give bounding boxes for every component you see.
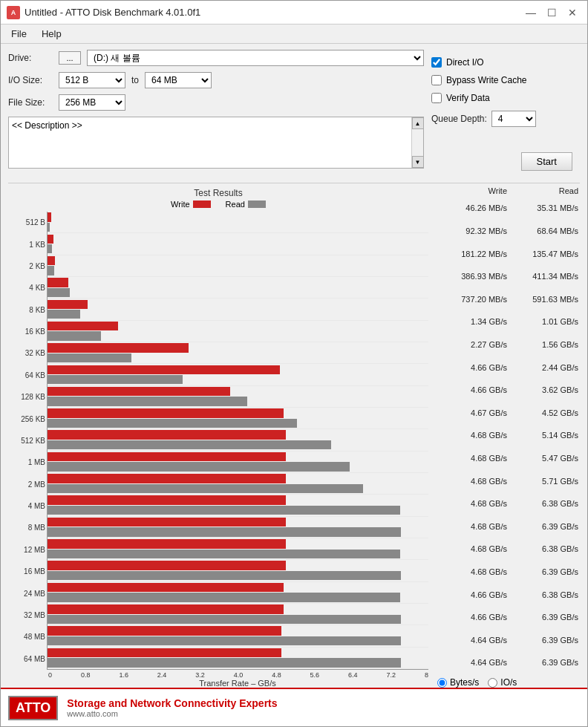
result-write: 46.26 MB/s [440, 203, 507, 212]
bar-row [48, 451, 428, 473]
browse-button[interactable]: ... [59, 51, 81, 65]
read-bar [48, 571, 401, 580]
io-size-to-select[interactable]: 64 MB [145, 72, 212, 88]
direct-io-checkbox[interactable] [431, 57, 442, 68]
chart-legend: Write Read [8, 200, 428, 209]
read-bar [48, 288, 70, 297]
result-write: 4.66 GB/s [440, 590, 507, 599]
start-button[interactable]: Start [521, 152, 572, 171]
bytes-radio[interactable] [437, 678, 447, 688]
bar-row [48, 648, 428, 669]
menu-help[interactable]: Help [34, 27, 69, 41]
description-content: << Description >> [9, 117, 423, 168]
row-label: 64 KB [8, 371, 45, 379]
write-bar [48, 387, 230, 396]
atto-footer: ATTO Storage and Network Connectivity Ex… [1, 688, 587, 726]
description-area: << Description >> ▲ ▼ [8, 117, 424, 169]
drive-select[interactable]: (D:) 새 볼륨 [87, 50, 424, 66]
result-row: 92.32 MB/s68.64 MB/s [437, 226, 581, 235]
result-row: 1.34 GB/s1.01 GB/s [437, 317, 581, 326]
row-label: 8 KB [8, 306, 45, 314]
scrollbar-vertical[interactable]: ▲ ▼ [411, 117, 423, 168]
result-row: 386.93 MB/s411.34 MB/s [437, 272, 581, 281]
result-read: 4.52 GB/s [519, 408, 578, 417]
result-read: 2.44 GB/s [519, 363, 578, 372]
result-read: 35.31 MB/s [519, 203, 578, 212]
result-row: 4.68 GB/s6.39 GB/s [437, 522, 581, 531]
row-label: 32 KB [8, 349, 45, 357]
file-size-label: File Size: [8, 97, 53, 108]
write-bar [48, 212, 51, 221]
read-bar [48, 266, 54, 275]
close-button[interactable]: ✕ [564, 5, 581, 20]
result-row: 4.66 GB/s2.44 GB/s [437, 363, 581, 372]
row-label: 16 KB [8, 327, 45, 336]
queue-depth-select[interactable]: 4 [491, 111, 536, 127]
bar-row [48, 625, 428, 647]
row-label: 512 KB [8, 437, 45, 445]
bar-row [48, 538, 428, 560]
io-radio[interactable] [488, 678, 497, 688]
io-size-from-select[interactable]: 512 B [59, 72, 125, 88]
result-read: 6.39 GB/s [519, 636, 578, 645]
window-title: Untitled - ATTO Disk Benchmark 4.01.0f1 [24, 7, 522, 18]
write-bar [48, 626, 281, 635]
chart-title: Test Results [8, 186, 428, 200]
scroll-up-button[interactable]: ▲ [412, 117, 424, 129]
bypass-write-cache-checkbox[interactable] [431, 75, 442, 85]
left-controls: Drive: ... (D:) 새 볼륨 I/O Size: 512 B to … [8, 50, 424, 178]
read-bar [48, 550, 400, 558]
x-axis-labels: 00.81.62.43.24.04.85.66.47.28 [47, 670, 428, 679]
write-bar [48, 583, 284, 592]
bar-row [48, 582, 428, 604]
legend-read: Read [226, 200, 266, 209]
result-row: 46.26 MB/s35.31 MB/s [437, 203, 581, 212]
x-axis-label: 2.4 [157, 671, 167, 679]
scroll-down-button[interactable]: ▼ [412, 156, 424, 168]
result-row: 4.66 GB/s6.38 GB/s [437, 590, 581, 599]
menu-file[interactable]: File [4, 27, 34, 41]
result-write: 4.68 GB/s [440, 454, 507, 463]
file-size-row: File Size: 256 MB [8, 94, 424, 111]
minimize-button[interactable]: — [522, 5, 540, 20]
bar-row [48, 517, 428, 538]
x-axis-label: 3.2 [195, 671, 205, 679]
result-row: 4.68 GB/s5.14 GB/s [437, 431, 581, 440]
x-axis-label: 0.8 [81, 671, 91, 679]
result-write: 4.64 GB/s [440, 658, 507, 667]
direct-io-label: Direct I/O [446, 57, 484, 68]
write-bar [48, 518, 286, 526]
description-text: << Description >> [12, 120, 82, 131]
write-bar [48, 322, 118, 330]
row-label: 512 B [8, 218, 45, 226]
verify-data-checkbox[interactable] [431, 93, 442, 103]
row-label: 4 MB [8, 502, 45, 510]
read-bar [48, 397, 247, 405]
maximize-button[interactable]: ☐ [543, 5, 561, 20]
write-bar [48, 648, 281, 657]
x-axis-label: 1.6 [119, 671, 128, 679]
result-read: 6.39 GB/s [519, 567, 578, 576]
read-bar [48, 331, 101, 340]
bar-row [48, 560, 428, 581]
row-label: 256 KB [8, 415, 45, 423]
bar-chart [47, 212, 428, 670]
x-axis-label: 7.2 [386, 671, 396, 679]
read-bar [48, 419, 297, 428]
legend-write: Write [171, 200, 210, 209]
result-read: 6.38 GB/s [519, 499, 578, 508]
result-write: 1.34 GB/s [440, 317, 507, 326]
file-size-select[interactable]: 256 MB [59, 94, 125, 111]
write-bar [48, 430, 286, 439]
menu-bar: File Help [1, 25, 587, 44]
x-axis-title: Transfer Rate – GB/s [47, 679, 428, 688]
bar-row [48, 364, 428, 385]
queue-depth-row: Queue Depth: 4 [431, 111, 572, 127]
bar-row [48, 342, 428, 364]
result-read: 3.62 GB/s [519, 385, 578, 394]
read-bar [48, 484, 363, 493]
result-write: 4.66 GB/s [440, 363, 507, 372]
result-read: 1.01 GB/s [519, 317, 578, 326]
results-write-header: Write [440, 186, 507, 195]
result-write: 4.67 GB/s [440, 408, 507, 417]
